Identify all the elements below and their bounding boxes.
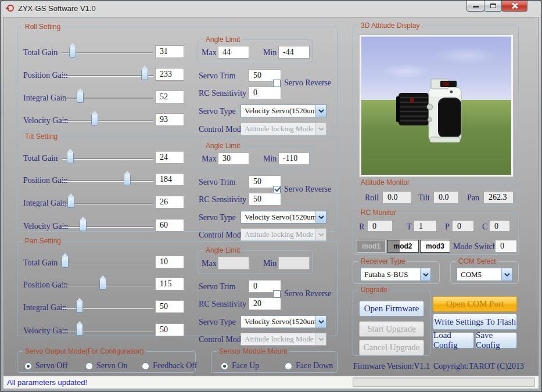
pan-integral-gain-value[interactable]: 50 [155, 300, 184, 313]
tilt-rc-sensitivity-input[interactable]: 50 [249, 193, 281, 206]
radio-icon[interactable] [85, 362, 93, 370]
roll-integral-gain-slider[interactable] [62, 91, 153, 106]
roll-velocity-gain-value[interactable]: 93 [155, 113, 184, 126]
com-select[interactable]: COM5 [457, 268, 512, 281]
camera-3d-model [393, 71, 480, 146]
roll-setting-group: Roll Setting Total Gain 31 Position Gain… [17, 23, 338, 132]
pan-servo-type-select[interactable]: Velocity Servo(1520um) [241, 315, 326, 328]
pan-total-gain-value[interactable]: 10 [155, 256, 184, 268]
roll-total-gain-slider[interactable] [62, 45, 153, 60]
slider-thumb[interactable] [80, 220, 87, 231]
tilt-integral-gain-slider[interactable] [62, 196, 153, 211]
tilt-total-gain-value[interactable]: 24 [155, 151, 184, 164]
roll-integral-gain-value[interactable]: 52 [155, 91, 184, 103]
close-button[interactable] [501, 1, 527, 12]
radio-feedback-off[interactable]: Feedback Off [142, 361, 197, 371]
pan-servo-reverse-checkbox[interactable]: Servo Reverse [273, 289, 331, 299]
roll-rc-sensitivity-input[interactable]: 0 [249, 87, 281, 99]
roll-servo-type-select[interactable]: Velocity Servo(1520um) [241, 105, 326, 117]
radio-face-down[interactable]: Face Down [285, 361, 333, 371]
roll-position-gain-slider[interactable] [62, 68, 153, 83]
slider-track[interactable] [62, 75, 153, 76]
roll-monitor-label: Roll [365, 193, 379, 203]
slider-thumb[interactable] [67, 152, 74, 163]
checkbox-icon[interactable] [273, 186, 281, 193]
save-config-button[interactable]: Save Config [475, 332, 517, 348]
radio-icon[interactable] [24, 362, 32, 370]
write-settings-to-flash-button[interactable]: Write Settings To Flash [433, 314, 517, 330]
slider-track[interactable] [62, 158, 153, 159]
roll-position-gain-value[interactable]: 233 [155, 68, 184, 81]
chevron-down-icon[interactable] [420, 268, 430, 280]
slider-track[interactable] [62, 226, 153, 227]
roll-angle-min-input[interactable]: -44 [278, 46, 310, 59]
maximize-button[interactable] [484, 1, 502, 12]
chevron-down-icon[interactable] [501, 268, 512, 280]
minimize-button[interactable] [466, 1, 484, 12]
slider-thumb[interactable] [76, 301, 83, 312]
slider-thumb[interactable] [91, 114, 98, 125]
radio-servo-on[interactable]: Servo On [85, 361, 127, 371]
pan-position-gain-value[interactable]: 115 [155, 278, 184, 290]
radio-icon[interactable] [221, 362, 228, 370]
slider-thumb[interactable] [124, 174, 131, 185]
c-channel-label: C [482, 222, 487, 232]
load-config-button[interactable]: Load Config [433, 332, 474, 348]
tilt-monitor-label: Tilt [418, 193, 430, 203]
chevron-down-icon[interactable] [315, 105, 326, 117]
radio-icon[interactable] [142, 362, 149, 370]
radio-servo-off[interactable]: Servo Off [24, 361, 67, 371]
pan-position-gain-label: Position Gain [23, 280, 68, 290]
slider-track[interactable] [62, 285, 153, 286]
slider-thumb[interactable] [99, 279, 106, 290]
roll-servo-reverse-checkbox[interactable]: Servo Reverse [273, 78, 331, 88]
open-com-port-button[interactable]: Open COM Port [433, 296, 517, 312]
tilt-position-gain-slider[interactable] [62, 173, 153, 188]
slider-thumb[interactable] [77, 92, 84, 103]
slider-thumb[interactable] [69, 46, 76, 57]
slider-track[interactable] [62, 120, 153, 121]
roll-velocity-gain-slider[interactable] [62, 113, 153, 128]
tilt-angle-min-input[interactable]: -110 [278, 152, 310, 165]
tilt-angle-max-input[interactable]: 30 [218, 152, 249, 165]
slider-thumb[interactable] [141, 69, 148, 80]
slider-track[interactable] [62, 98, 153, 99]
titlebar[interactable]: ZYX-GS Software V1.0 [1, 1, 541, 17]
tilt-angle-limit-group: Angle Limit Max 30 Min -110 [198, 142, 313, 170]
rc-monitor-title: RC Monitor [358, 208, 399, 217]
tilt-integral-gain-value[interactable]: 26 [155, 196, 184, 208]
chevron-down-icon[interactable] [315, 211, 326, 223]
checkbox-icon[interactable] [273, 290, 281, 298]
tilt-servo-type-select[interactable]: Velocity Servo(1520um) [241, 211, 326, 224]
open-firmware-button[interactable]: Open Firmware [359, 301, 424, 317]
roll-angle-max-input[interactable]: 44 [218, 46, 249, 59]
roll-total-gain-label: Total Gain [23, 48, 58, 57]
tilt-total-gain-slider[interactable] [62, 151, 153, 166]
com-select-group: COM Select COM5 [450, 257, 519, 284]
pan-velocity-gain-value[interactable]: 50 [155, 323, 184, 336]
pan-position-gain-slider[interactable] [62, 278, 153, 293]
slider-track[interactable] [62, 262, 153, 264]
tilt-velocity-gain-slider[interactable] [62, 219, 153, 234]
angle-limit-title: Angle Limit [203, 142, 242, 150]
slider-thumb[interactable] [76, 325, 83, 336]
roll-total-gain-value[interactable]: 31 [155, 45, 184, 58]
pan-rc-sensitivity-input[interactable]: 20 [249, 297, 281, 310]
slider-track[interactable] [62, 203, 153, 204]
checkbox-icon[interactable] [273, 80, 281, 87]
tilt-position-gain-value[interactable]: 184 [155, 173, 184, 186]
radio-face-up[interactable]: Face Up [221, 361, 259, 371]
pan-total-gain-slider[interactable] [62, 256, 153, 271]
chevron-down-icon[interactable] [315, 316, 326, 328]
slider-thumb[interactable] [67, 197, 74, 208]
pan-velocity-gain-slider[interactable] [62, 323, 153, 339]
pan-integral-gain-slider[interactable] [62, 300, 153, 315]
slider-track[interactable] [62, 180, 153, 181]
tilt-velocity-gain-value[interactable]: 60 [155, 219, 184, 232]
radio-icon[interactable] [285, 362, 292, 370]
mod3-indicator: mod3 [420, 240, 450, 253]
slider-thumb[interactable] [62, 257, 69, 268]
receiver-type-select[interactable]: Futaba S-BUS [360, 268, 431, 281]
progress-bar-empty [353, 377, 535, 387]
tilt-servo-reverse-checkbox[interactable]: Servo Reverse [273, 185, 331, 194]
